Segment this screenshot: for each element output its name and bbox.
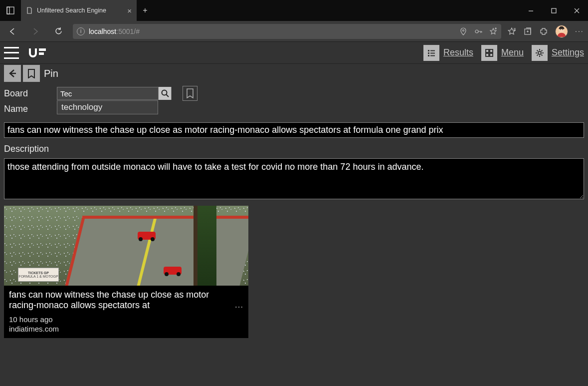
svg-point-7: [475, 30, 478, 33]
menu-label: Menu: [501, 47, 524, 58]
list-icon: [423, 45, 439, 61]
toolbar-right-icons: ···: [507, 25, 584, 38]
results-nav-button[interactable]: Results: [423, 45, 473, 61]
back-button[interactable]: [4, 23, 21, 40]
svg-rect-17: [39, 52, 44, 55]
svg-point-28: [538, 51, 541, 54]
bookmark-icon: [186, 88, 194, 98]
browser-titlebar: Unfiltered Search Engine × +: [0, 0, 588, 21]
app-logo[interactable]: [29, 47, 52, 58]
card-title: fans can now witness the chase up close …: [9, 290, 229, 310]
board-combo[interactable]: technology: [57, 87, 172, 100]
browser-tab[interactable]: Unfiltered Search Engine ×: [21, 0, 137, 21]
location-icon[interactable]: [459, 27, 467, 35]
browser-toolbar: i localhost:5001/# ···: [0, 21, 588, 42]
url-text: localhost:5001/#: [89, 27, 140, 35]
pin-preview-card[interactable]: TICKETS GP FORMULA 1 & MOTOGP fans can n…: [4, 206, 248, 338]
site-info-icon[interactable]: i: [77, 27, 85, 35]
favorite-icon[interactable]: [489, 27, 497, 35]
track-banner: TICKETS GP FORMULA 1 & MOTOGP: [18, 268, 59, 282]
key-icon[interactable]: [474, 27, 482, 35]
hamburger-icon[interactable]: [4, 47, 19, 59]
window-controls: [519, 0, 588, 21]
maximize-button[interactable]: [542, 0, 565, 21]
address-bar[interactable]: i localhost:5001/#: [73, 24, 501, 39]
minimize-button[interactable]: [519, 0, 542, 21]
svg-rect-20: [428, 55, 429, 56]
page-subbar: Pin: [0, 64, 588, 83]
app-header: Results Menu Settings: [0, 42, 588, 64]
new-tab-button[interactable]: +: [137, 0, 154, 21]
svg-rect-24: [486, 49, 489, 52]
page-back-button[interactable]: [4, 65, 21, 82]
svg-point-14: [560, 29, 561, 30]
results-label: Results: [443, 47, 473, 58]
board-search-button[interactable]: [158, 87, 171, 100]
card-source: indiatimes.com: [9, 325, 243, 333]
svg-line-31: [166, 95, 169, 97]
search-icon: [161, 89, 170, 98]
page-bookmark-button[interactable]: [23, 65, 40, 82]
save-board-button[interactable]: [183, 86, 197, 101]
svg-rect-27: [490, 53, 493, 56]
card-time: 10 hours ago: [9, 315, 243, 324]
svg-rect-19: [428, 52, 429, 54]
description-input[interactable]: [4, 158, 584, 199]
svg-rect-16: [39, 48, 46, 51]
board-field-label: Board: [4, 88, 52, 99]
tab-actions-icon[interactable]: [0, 0, 21, 21]
svg-point-15: [562, 29, 563, 30]
close-tab-icon[interactable]: ×: [127, 6, 132, 15]
close-window-button[interactable]: [565, 0, 588, 21]
board-input[interactable]: [57, 88, 158, 99]
description-field-label: Description: [4, 144, 584, 154]
gear-icon: [532, 45, 548, 61]
more-menu-icon[interactable]: ···: [575, 27, 584, 36]
svg-rect-26: [486, 53, 489, 56]
favorites-star-icon[interactable]: [507, 27, 516, 36]
page-icon: [26, 7, 33, 14]
name-input[interactable]: [4, 122, 584, 138]
settings-label: Settings: [552, 47, 584, 58]
svg-rect-1: [7, 7, 9, 14]
svg-rect-18: [428, 50, 429, 51]
card-image: TICKETS GP FORMULA 1 & MOTOGP: [4, 206, 248, 286]
board-suggestion[interactable]: technology: [57, 100, 158, 114]
card-more-icon[interactable]: …: [234, 300, 243, 310]
pin-form: Board technology Name Description TICKET…: [0, 83, 588, 342]
extensions-icon[interactable]: [539, 27, 548, 36]
settings-nav-button[interactable]: Settings: [532, 45, 584, 61]
refresh-button[interactable]: [50, 23, 67, 40]
svg-point-6: [463, 29, 464, 31]
page-title: Pin: [44, 68, 58, 79]
grid-icon: [481, 45, 497, 61]
forward-button[interactable]: [27, 23, 44, 40]
svg-rect-25: [490, 49, 493, 52]
profile-avatar[interactable]: [555, 25, 568, 38]
tab-title: Unfiltered Search Engine: [37, 7, 106, 14]
name-field-label: Name: [4, 104, 52, 114]
svg-rect-3: [552, 8, 556, 13]
svg-rect-0: [7, 7, 14, 14]
collections-icon[interactable]: [523, 27, 532, 36]
svg-point-30: [162, 90, 167, 95]
menu-nav-button[interactable]: Menu: [481, 45, 524, 61]
